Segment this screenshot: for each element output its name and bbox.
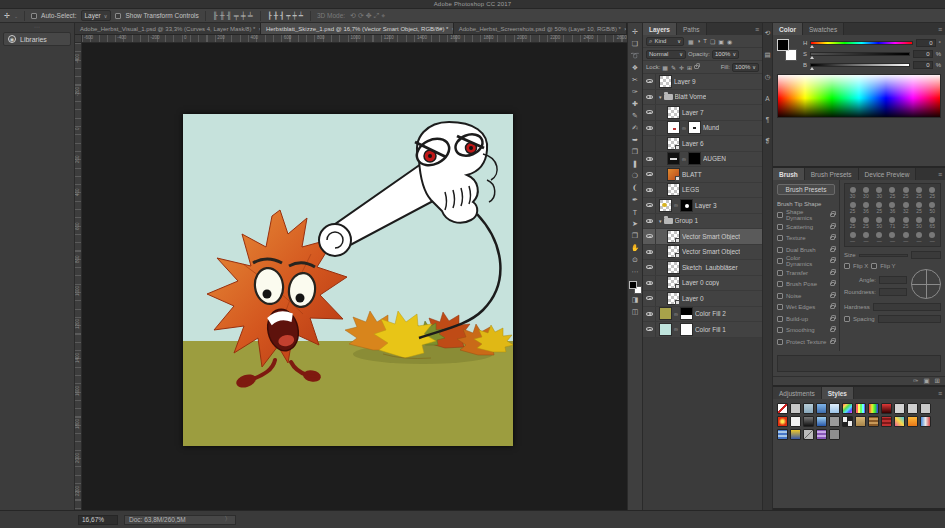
style-swatch[interactable]: [790, 429, 801, 440]
align-icon[interactable]: ╪: [240, 12, 247, 19]
move-tool[interactable]: ✢: [628, 26, 642, 38]
pen-tool[interactable]: ✒: [628, 194, 642, 206]
style-swatch[interactable]: [829, 403, 840, 414]
brush-tip-cell[interactable]: 25: [899, 215, 912, 230]
screen-mode-toggle[interactable]: ◫: [628, 306, 642, 318]
style-swatch[interactable]: [881, 403, 892, 414]
layer-thumbnail[interactable]: [667, 292, 680, 305]
brush-tip-cell[interactable]: 50: [912, 215, 925, 230]
brush-tip-cell[interactable]: 30: [873, 185, 886, 200]
dodge-tool[interactable]: ❨: [628, 182, 642, 194]
layer-row[interactable]: ▾Group 1: [643, 214, 762, 230]
foreground-color-swatch[interactable]: [629, 281, 637, 289]
layer-visibility-toggle[interactable]: [643, 260, 656, 275]
style-swatch[interactable]: [894, 403, 905, 414]
layer-row[interactable]: ∞Layer 3: [643, 198, 762, 214]
style-swatch[interactable]: [803, 403, 814, 414]
slider-thumb-icon[interactable]: [810, 45, 814, 48]
lock-icon[interactable]: [830, 340, 835, 344]
filter-toggle-icon[interactable]: ◉: [727, 38, 732, 45]
style-swatch[interactable]: [803, 416, 814, 427]
layer-visibility-toggle[interactable]: [643, 121, 656, 136]
title-bar[interactable]: Adobe Photoshop CC 2017: [0, 0, 945, 9]
style-swatch[interactable]: [920, 416, 931, 427]
color-swatch-pair[interactable]: [629, 281, 642, 294]
style-swatch[interactable]: [803, 429, 814, 440]
slider-value-field[interactable]: 0: [913, 50, 933, 58]
auto-select-target-dropdown[interactable]: Layer ∨: [81, 10, 112, 21]
tab-swatches[interactable]: Swatches: [803, 23, 844, 35]
color-slider-track[interactable]: [810, 52, 910, 56]
brush-tip-cell[interactable]: 25: [926, 185, 939, 200]
brush-option-checkbox[interactable]: [777, 270, 783, 276]
mode-3d-icon[interactable]: ⌖: [380, 12, 386, 19]
layer-visibility-toggle[interactable]: [643, 136, 656, 151]
brush-option-item[interactable]: Texture: [773, 233, 839, 245]
brush-option-item[interactable]: Build-up: [773, 313, 839, 325]
layer-visibility-toggle[interactable]: [643, 90, 656, 105]
brush-tip-cell[interactable]: —: [846, 230, 859, 245]
brush-option-checkbox[interactable]: [777, 339, 783, 345]
style-swatch[interactable]: [790, 416, 801, 427]
lasso-tool[interactable]: ➰: [628, 50, 642, 62]
hardness-slider[interactable]: [873, 303, 941, 311]
group-expand-arrow[interactable]: ▾: [659, 218, 662, 224]
lock-all-icon[interactable]: [694, 65, 699, 69]
lock-pixels-icon[interactable]: ✎: [671, 64, 676, 71]
style-swatch[interactable]: [816, 403, 827, 414]
spacing-checkbox[interactable]: [844, 316, 850, 322]
layer-thumbnail[interactable]: [659, 75, 672, 88]
flip-y-checkbox[interactable]: [871, 263, 877, 269]
panel-grip[interactable]: ⋯: [0, 23, 74, 30]
brush-option-checkbox[interactable]: [777, 304, 783, 310]
layer-mask-thumbnail[interactable]: [680, 307, 693, 320]
style-swatch[interactable]: [777, 416, 788, 427]
brush-tip-cell[interactable]: 36: [886, 200, 899, 215]
layer-visibility-toggle[interactable]: [643, 276, 656, 291]
brush-tip-cell[interactable]: 25: [912, 200, 925, 215]
document-tab[interactable]: Herbstblatt_Skizze_1.psd @ 16,7% (Vector…: [261, 23, 454, 34]
lock-icon[interactable]: [830, 282, 835, 286]
auto-select-checkbox[interactable]: [31, 13, 37, 19]
tool-preset-caret-icon[interactable]: ⌄: [14, 13, 18, 19]
layer-thumbnail[interactable]: [667, 183, 680, 196]
layer-thumbnail[interactable]: [667, 137, 680, 150]
layer-row[interactable]: Sketch_Laubbläser: [643, 260, 762, 276]
style-swatch[interactable]: [868, 416, 879, 427]
crop-tool[interactable]: ✂: [628, 74, 642, 86]
brush-stroke-preview-icon[interactable]: ✑: [913, 377, 918, 385]
layer-thumbnail[interactable]: [667, 121, 680, 134]
distribute-icon[interactable]: ┠: [267, 12, 273, 19]
paragraph-icon[interactable]: ¶: [766, 116, 770, 123]
type-tool[interactable]: T: [628, 206, 642, 218]
filter-pixel-layers-icon[interactable]: ▦: [688, 38, 694, 45]
libraries-tab[interactable]: ◉ Libraries: [3, 32, 71, 46]
zoom-level-field[interactable]: 16,67%: [78, 515, 118, 525]
brush-option-item[interactable]: Smoothing: [773, 325, 839, 337]
tab-brush[interactable]: Brush: [773, 168, 805, 180]
character-icon[interactable]: A: [765, 95, 769, 102]
brush-option-item[interactable]: Shape Dynamics: [773, 210, 839, 222]
eraser-tool[interactable]: ❒: [628, 146, 642, 158]
hand-tool[interactable]: ✋: [628, 242, 642, 254]
lock-icon[interactable]: [830, 328, 835, 332]
brush-tip-cell[interactable]: —: [926, 230, 939, 245]
lock-icon[interactable]: [830, 248, 835, 252]
brush-tip-cell[interactable]: 25: [859, 215, 872, 230]
lock-transparent-icon[interactable]: ▦: [662, 64, 668, 71]
distribute-icon[interactable]: ┿: [291, 12, 297, 19]
slider-thumb-icon[interactable]: [810, 67, 814, 70]
shape-tool[interactable]: ❐: [628, 230, 642, 242]
layer-thumbnail[interactable]: [667, 230, 680, 243]
history-brush-tool[interactable]: ➥: [628, 134, 642, 146]
brush-tip-cell[interactable]: —: [859, 230, 872, 245]
blend-mode-dropdown[interactable]: Normal ∨: [646, 50, 686, 59]
brush-presets-button[interactable]: Brush Presets: [777, 184, 835, 195]
tab-color[interactable]: Color: [773, 23, 803, 35]
size-value-field[interactable]: [911, 251, 941, 259]
quick-selection-tool[interactable]: ❖: [628, 62, 642, 74]
brush-tip-cell[interactable]: 25: [912, 185, 925, 200]
foreground-color-swatch[interactable]: [777, 39, 789, 51]
style-swatch[interactable]: [907, 403, 918, 414]
flip-x-checkbox[interactable]: [844, 263, 850, 269]
